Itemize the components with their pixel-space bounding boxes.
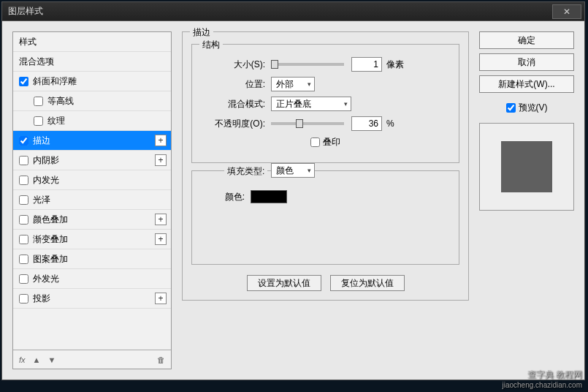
close-button[interactable]: ✕ [552, 4, 581, 19]
effect-checkbox[interactable] [34, 97, 43, 106]
overprint-label: 叠印 [323, 136, 340, 148]
sidebar-item-11[interactable]: 图案叠加 [13, 249, 171, 269]
new-style-button[interactable]: 新建样式(W)... [479, 75, 574, 93]
chevron-down-icon: ▾ [344, 100, 348, 108]
effect-label: 等高线 [47, 95, 74, 108]
sidebar-item-3[interactable]: 等高线 [13, 91, 171, 111]
sidebar-item-12[interactable]: 外发光 [13, 269, 171, 289]
ok-button[interactable]: 确定 [479, 31, 574, 49]
layer-style-window: 图层样式 ✕ 样式混合选项斜面和浮雕等高线纹理描边+内阴影+内发光光泽颜色叠加+… [1, 1, 585, 380]
chevron-down-icon: ▾ [308, 167, 311, 174]
effect-checkbox[interactable] [19, 274, 28, 284]
window-title: 图层样式 [8, 5, 43, 18]
make-default-button[interactable]: 设置为默认值 [247, 275, 321, 291]
effect-label: 图案叠加 [33, 253, 68, 265]
add-effect-icon[interactable]: + [155, 214, 167, 225]
trash-icon[interactable]: 🗑 [157, 355, 165, 364]
stroke-fieldset: 描边 结构 大小(S): 像素 位置: 外部 ▾ [182, 31, 469, 301]
effect-label: 内阴影 [33, 154, 59, 167]
add-effect-icon[interactable]: + [155, 233, 167, 245]
sidebar-item-6[interactable]: 内阴影+ [13, 151, 171, 170]
stroke-panel: 描边 结构 大小(S): 像素 位置: 外部 ▾ [182, 31, 469, 369]
stroke-legend: 描边 [190, 26, 213, 39]
opacity-row: 不透明度(O): % [201, 116, 450, 131]
titlebar[interactable]: 图层样式 ✕ [2, 2, 584, 21]
structure-fieldset: 结构 大小(S): 像素 位置: 外部 ▾ [191, 44, 459, 163]
fx-icon[interactable]: fx [19, 355, 26, 364]
effect-checkbox[interactable] [19, 77, 28, 86]
add-effect-icon[interactable]: + [155, 293, 167, 304]
effects-sidebar: 样式混合选项斜面和浮雕等高线纹理描边+内阴影+内发光光泽颜色叠加+渐变叠加+图案… [12, 31, 172, 369]
dialog-body: 样式混合选项斜面和浮雕等高线纹理描边+内阴影+内发光光泽颜色叠加+渐变叠加+图案… [2, 21, 584, 380]
effect-label: 混合选项 [19, 56, 54, 68]
overprint-checkbox[interactable] [310, 137, 320, 147]
effect-label: 渐变叠加 [33, 233, 68, 246]
effect-checkbox[interactable] [19, 176, 28, 185]
effect-checkbox[interactable] [19, 156, 28, 165]
size-input[interactable] [351, 57, 382, 72]
arrow-up-icon[interactable]: ▲ [33, 355, 41, 364]
blend-value: 正片叠底 [276, 98, 311, 110]
fill-type-label: 填充类型: [224, 165, 267, 178]
effect-label: 纹理 [47, 115, 65, 127]
close-icon: ✕ [563, 7, 570, 17]
sidebar-item-13[interactable]: 投影+ [13, 289, 171, 309]
blend-row: 混合模式: 正片叠底 ▾ [201, 97, 450, 111]
effect-checkbox[interactable] [19, 215, 28, 225]
blend-select[interactable]: 正片叠底 ▾ [271, 97, 351, 111]
fill-fieldset: 填充类型: 颜色 ▾ 颜色: [191, 170, 459, 265]
effect-checkbox[interactable] [19, 294, 28, 304]
size-label: 大小(S): [201, 59, 265, 71]
watermark: 查字典 教程网 jiaocheng.chazidian.com [502, 369, 582, 389]
effect-checkbox[interactable] [19, 235, 28, 244]
overprint-row: 叠印 [201, 136, 450, 148]
preview-swatch [501, 141, 552, 192]
size-slider[interactable] [271, 63, 344, 66]
reset-default-button[interactable]: 复位为默认值 [330, 275, 405, 291]
default-buttons: 设置为默认值 复位为默认值 [191, 275, 459, 291]
sidebar-item-1[interactable]: 混合选项 [13, 52, 171, 72]
effect-label: 描边 [33, 135, 50, 147]
sidebar-item-0[interactable]: 样式 [13, 32, 171, 52]
add-effect-icon[interactable]: + [155, 154, 167, 166]
sidebar-footer: fx ▲ ▼ 🗑 [13, 350, 171, 369]
sidebar-item-5[interactable]: 描边+ [13, 131, 171, 151]
arrow-down-icon[interactable]: ▼ [47, 355, 56, 364]
position-value: 外部 [276, 78, 294, 91]
sidebar-item-2[interactable]: 斜面和浮雕 [13, 72, 171, 91]
sidebar-item-10[interactable]: 渐变叠加+ [13, 230, 171, 249]
effects-list: 样式混合选项斜面和浮雕等高线纹理描边+内阴影+内发光光泽颜色叠加+渐变叠加+图案… [13, 32, 171, 350]
preview-checkbox[interactable] [506, 103, 516, 113]
effect-label: 光泽 [33, 194, 50, 206]
preview-label: 预览(V) [519, 102, 548, 114]
structure-legend: 结构 [199, 39, 223, 51]
effect-checkbox[interactable] [19, 195, 28, 205]
effect-label: 内发光 [33, 174, 59, 186]
fill-type-select[interactable]: 颜色 ▾ [271, 163, 315, 178]
effect-label: 外发光 [33, 273, 59, 285]
position-label: 位置: [201, 78, 265, 91]
opacity-input[interactable] [351, 116, 382, 131]
effect-checkbox[interactable] [19, 255, 28, 264]
sidebar-item-7[interactable]: 内发光 [13, 170, 171, 190]
sidebar-item-8[interactable]: 光泽 [13, 190, 171, 210]
watermark-main: 查字典 教程网 [502, 369, 582, 381]
effect-checkbox[interactable] [19, 136, 28, 146]
preview-row: 预览(V) [479, 102, 574, 114]
opacity-slider[interactable] [271, 122, 344, 125]
sidebar-item-9[interactable]: 颜色叠加+ [13, 210, 171, 230]
sidebar-item-4[interactable]: 纹理 [13, 111, 171, 131]
opacity-label: 不透明度(O): [201, 118, 265, 130]
effect-label: 颜色叠加 [33, 214, 68, 226]
cancel-button[interactable]: 取消 [479, 53, 574, 71]
fill-type-value: 颜色 [276, 165, 294, 177]
position-row: 位置: 外部 ▾ [201, 77, 450, 91]
right-column: 确定 取消 新建样式(W)... 预览(V) [479, 31, 574, 369]
add-effect-icon[interactable]: + [155, 135, 167, 146]
effect-checkbox[interactable] [34, 116, 43, 126]
watermark-sub: jiaocheng.chazidian.com [502, 381, 582, 389]
color-row: 颜色: [201, 190, 450, 203]
position-select[interactable]: 外部 ▾ [271, 77, 315, 91]
size-row: 大小(S): 像素 [201, 57, 450, 72]
color-swatch[interactable] [251, 190, 287, 203]
